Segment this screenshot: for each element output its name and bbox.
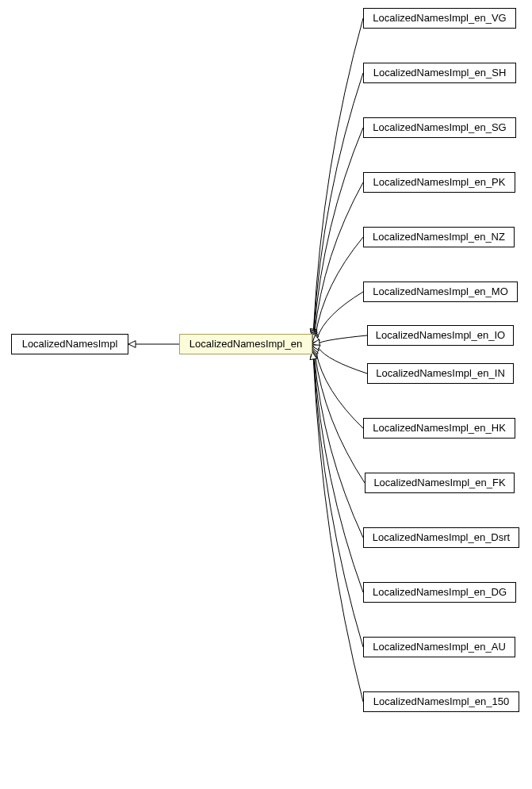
node-label: LocalizedNamesImpl xyxy=(22,338,118,350)
node-label: LocalizedNamesImpl_en_IN xyxy=(376,367,505,379)
node-localizednamesimpl[interactable]: LocalizedNamesImpl xyxy=(11,334,128,354)
node-localizednamesimpl-en-in[interactable]: LocalizedNamesImpl_en_IN xyxy=(367,363,514,384)
node-localizednamesimpl-en-nz[interactable]: LocalizedNamesImpl_en_NZ xyxy=(363,227,515,247)
node-localizednamesimpl-en-au[interactable]: LocalizedNamesImpl_en_AU xyxy=(363,637,515,657)
node-localizednamesimpl-en-sh[interactable]: LocalizedNamesImpl_en_SH xyxy=(363,63,516,83)
svg-marker-11 xyxy=(312,347,318,355)
node-localizednamesimpl-en[interactable]: LocalizedNamesImpl_en xyxy=(179,334,312,354)
node-label: LocalizedNamesImpl_en xyxy=(189,338,302,350)
node-localizednamesimpl-en-fk[interactable]: LocalizedNamesImpl_en_FK xyxy=(365,473,515,493)
node-label: LocalizedNamesImpl_en_150 xyxy=(373,695,509,707)
node-label: LocalizedNamesImpl_en_FK xyxy=(373,477,505,488)
node-localizednamesimpl-en-dg[interactable]: LocalizedNamesImpl_en_DG xyxy=(363,582,516,603)
svg-marker-8 xyxy=(312,339,320,347)
node-localizednamesimpl-en-io[interactable]: LocalizedNamesImpl_en_IO xyxy=(367,325,514,346)
node-localizednamesimpl-en-mo[interactable]: LocalizedNamesImpl_en_MO xyxy=(363,282,518,302)
node-label: LocalizedNamesImpl_en_AU xyxy=(373,641,506,653)
svg-marker-9 xyxy=(312,345,320,351)
node-localizednamesimpl-en-150[interactable]: LocalizedNamesImpl_en_150 xyxy=(363,691,519,712)
node-localizednamesimpl-en-sg[interactable]: LocalizedNamesImpl_en_SG xyxy=(363,117,516,138)
node-label: LocalizedNamesImpl_en_PK xyxy=(373,176,506,188)
diagram-canvas: LocalizedNamesImpl LocalizedNamesImpl_en… xyxy=(0,0,532,789)
node-localizednamesimpl-en-hk[interactable]: LocalizedNamesImpl_en_HK xyxy=(363,418,515,439)
svg-marker-6 xyxy=(312,334,319,342)
svg-marker-10 xyxy=(312,347,319,354)
node-localizednamesimpl-en-pk[interactable]: LocalizedNamesImpl_en_PK xyxy=(363,172,515,193)
node-label: LocalizedNamesImpl_en_IO xyxy=(376,329,505,341)
node-label: LocalizedNamesImpl_en_SG xyxy=(373,121,506,133)
node-label: LocalizedNamesImpl_en_HK xyxy=(373,422,506,434)
node-label: LocalizedNamesImpl_en_MO xyxy=(373,285,508,297)
node-localizednamesimpl-en-dsrt[interactable]: LocalizedNamesImpl_en_Dsrt xyxy=(363,527,519,548)
svg-marker-7 xyxy=(312,335,320,343)
node-label: LocalizedNamesImpl_en_DG xyxy=(373,586,507,598)
node-label: LocalizedNamesImpl_en_VG xyxy=(373,12,506,24)
node-label: LocalizedNamesImpl_en_Dsrt xyxy=(373,531,510,543)
node-label: LocalizedNamesImpl_en_SH xyxy=(373,67,507,79)
node-label: LocalizedNamesImpl_en_NZ xyxy=(373,231,505,243)
node-localizednamesimpl-en-vg[interactable]: LocalizedNamesImpl_en_VG xyxy=(363,8,516,29)
svg-marker-0 xyxy=(128,341,136,348)
